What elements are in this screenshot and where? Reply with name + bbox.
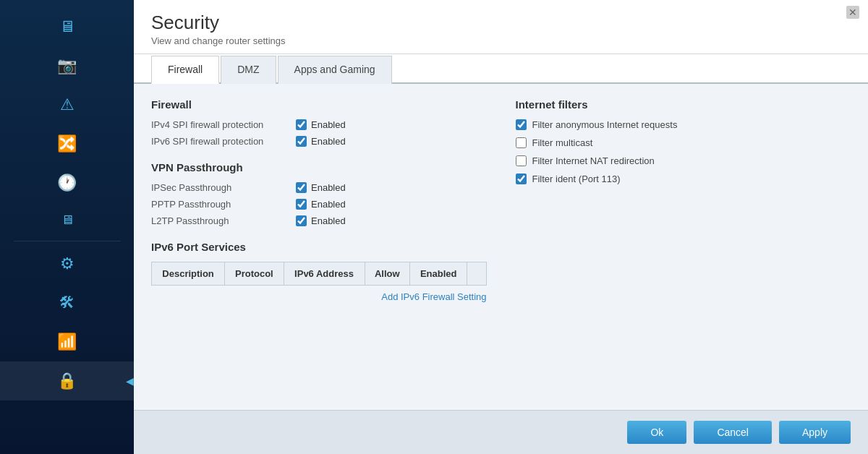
media-icon: 📷 [57,56,77,75]
right-column: Internet filters Filter anonymous Intern… [516,98,851,302]
network-icon: 🖥 [61,213,74,228]
l2tp-enabled-text: Enabled [311,215,346,226]
ipv4-label: IPv4 SPI firewall protection [151,119,296,130]
main-content: Security View and change router settings… [134,0,868,454]
ipv6-enabled-text: Enabled [311,136,346,147]
ipv6-fw-label: IPv6 SPI firewall protection [151,136,296,147]
footer: Ok Cancel Apply [134,410,868,454]
pptp-label: PPTP Passthrough [151,199,296,210]
page-title: Security [151,12,851,34]
ipv4-checkbox-label[interactable]: Enabled [296,119,346,130]
sidebar-item-dashboard[interactable]: 🖥 [0,7,134,46]
add-ipv6-link-container: Add IPv6 Firewall Setting [151,291,487,302]
sidebar-item-security[interactable]: 🔒 ◀ [0,361,134,401]
dashboard-icon: 🖥 [59,17,75,36]
filter-nat-checkbox[interactable] [516,155,527,166]
col-action [467,262,486,286]
ipsec-checkbox-label[interactable]: Enabled [296,182,346,193]
page-header: Security View and change router settings… [134,0,868,54]
sidebar-divider [14,241,121,241]
ok-button[interactable]: Ok [627,421,686,444]
filter-nat-label: Filter Internet NAT redirection [532,155,655,166]
gear-icon: ⚙ [60,254,75,273]
ipsec-row: IPSec Passthrough Enabled [151,182,487,193]
pptp-row: PPTP Passthrough Enabled [151,199,487,210]
sidebar-item-tools[interactable]: 🛠 [0,283,134,322]
ipv4-checkbox[interactable] [296,119,307,130]
ipv6-table: Description Protocol IPv6 Address Allow … [151,262,487,286]
l2tp-label: L2TP Passthrough [151,215,296,226]
shield-icon: 🔒 [57,372,77,390]
ipv6-checkbox-label[interactable]: Enabled [296,136,346,147]
firewall-section: Firewall IPv4 SPI firewall protection En… [151,98,487,147]
internet-filters-title: Internet filters [516,98,851,111]
l2tp-checkbox[interactable] [296,215,307,226]
routing-icon: 🔀 [57,134,77,153]
tab-bar: Firewall DMZ Apps and Gaming [134,54,868,84]
filter-ident-checkbox[interactable] [516,174,527,184]
pptp-checkbox[interactable] [296,199,307,210]
ipv6-section-title: IPv6 Port Services [151,241,487,253]
tab-content: Firewall IPv4 SPI firewall protection En… [134,84,868,410]
filter-ident-row: Filter ident (Port 113) [516,174,851,184]
page-subtitle: View and change router settings [151,35,851,46]
filter-multicast-label: Filter multicast [532,137,593,148]
sidebar-item-clock[interactable]: 🕐 [0,163,134,202]
sidebar-item-wifi[interactable]: 📶 [0,322,134,361]
sidebar-item-warning[interactable]: ⚠ [0,85,134,124]
col-allow: Allow [365,262,410,286]
ipv4-enabled-text: Enabled [311,119,346,130]
tab-apps-gaming[interactable]: Apps and Gaming [278,56,392,84]
ipsec-label: IPSec Passthrough [151,182,296,193]
filter-multicast-checkbox[interactable] [516,137,527,148]
add-ipv6-link[interactable]: Add IPv6 Firewall Setting [381,291,486,302]
tab-firewall[interactable]: Firewall [151,56,219,84]
col-description: Description [152,262,225,286]
ipv6-firewall-row: IPv6 SPI firewall protection Enabled [151,136,487,147]
tab-dmz[interactable]: DMZ [221,56,276,84]
clock-icon: 🕐 [57,174,77,192]
filter-multicast-row: Filter multicast [516,137,851,148]
pptp-enabled-text: Enabled [311,199,346,210]
vpn-section-title: VPN Passthrough [151,161,487,174]
filter-ident-label: Filter ident (Port 113) [532,174,621,184]
left-column: Firewall IPv4 SPI firewall protection En… [151,98,487,302]
col-ipv6-address: IPv6 Address [284,262,365,286]
wifi-icon: 📶 [57,333,77,351]
sidebar-item-media[interactable]: 📷 [0,46,134,85]
ipv6-fw-checkbox[interactable] [296,136,307,147]
firewall-section-title: Firewall [151,98,487,111]
l2tp-row: L2TP Passthrough Enabled [151,215,487,226]
l2tp-checkbox-label[interactable]: Enabled [296,215,346,226]
col-protocol: Protocol [225,262,284,286]
two-column-layout: Firewall IPv4 SPI firewall protection En… [151,98,851,302]
close-button[interactable]: ✕ [846,6,859,19]
filter-anonymous-label: Filter anonymous Internet requests [532,119,678,130]
cancel-button[interactable]: Cancel [694,421,772,444]
ipsec-checkbox[interactable] [296,182,307,193]
sidebar-item-routing[interactable]: 🔀 [0,124,134,163]
sidebar-arrow: ◀ [126,375,134,387]
sidebar: 🖥 📷 ⚠ 🔀 🕐 🖥 ⚙ 🛠 📶 🔒 ◀ [0,0,134,454]
apply-button[interactable]: Apply [779,421,851,444]
ipv4-firewall-row: IPv4 SPI firewall protection Enabled [151,119,487,130]
ipv6-table-header-row: Description Protocol IPv6 Address Allow … [152,262,487,286]
warning-icon: ⚠ [60,95,75,114]
sidebar-item-settings[interactable]: ⚙ [0,244,134,283]
filter-anonymous-row: Filter anonymous Internet requests [516,119,851,130]
filter-nat-row: Filter Internet NAT redirection [516,155,851,166]
ipv6-section: IPv6 Port Services Description Protocol … [151,241,487,302]
filter-anonymous-checkbox[interactable] [516,119,527,130]
sidebar-item-network[interactable]: 🖥 [0,202,134,238]
vpn-section: VPN Passthrough IPSec Passthrough Enable… [151,161,487,226]
col-enabled: Enabled [410,262,467,286]
pptp-checkbox-label[interactable]: Enabled [296,199,346,210]
ipsec-enabled-text: Enabled [311,182,346,193]
tools-icon: 🛠 [59,294,75,312]
